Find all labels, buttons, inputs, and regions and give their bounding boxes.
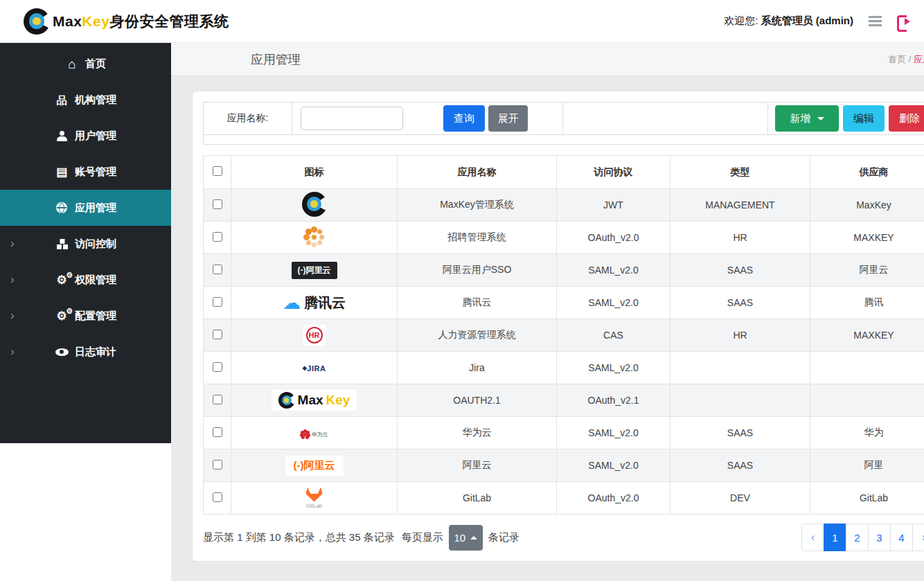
row-checkbox[interactable] [213,232,222,242]
expand-button[interactable]: 展开 [488,105,528,132]
app-icon-cell: ☁腾讯云 [231,287,398,319]
maxkey-logo-icon [302,192,327,217]
sidebar-menu: ⌂首页品机构管理用户管理▤账号管理应用管理›访问控制›⚙⚙权限管理›⚙⚙配置管理… [0,43,171,443]
page-button-1[interactable]: 1 [824,524,846,551]
sidebar-item-label: 访问控制 [75,238,116,251]
table-row[interactable]: MaxKeyOAUTH2.1OAuth_v2.1 [204,384,924,417]
table-row[interactable]: 华为云华为云SAML_v2.0SAAS华为 [204,417,924,449]
column-header: 图标 [231,156,398,189]
app-name-cell: GitLab [398,482,557,515]
brand-text: MaxKey身份安全管理系统 [53,12,229,31]
breadcrumb-home-link[interactable]: 首页 [888,54,906,64]
edit-button[interactable]: 编辑 [843,105,885,132]
huawei-cloud-icon: 华为云 [301,431,328,438]
row-checkbox[interactable] [213,492,222,502]
page-button-4[interactable]: 4 [890,524,913,551]
app-name-cell: Jira [398,352,557,384]
search-label: 应用名称: [204,102,292,134]
app-type-cell: HR [670,222,810,254]
maxkey-wordmark-icon: MaxKey [272,390,357,411]
add-button[interactable]: 新增 [775,105,839,132]
aliyun-orange-icon: (-)阿里云 [285,456,344,476]
app-protocol-cell: SAML_v2.0 [557,352,670,384]
sidebar-item-日志审计[interactable]: ›日志审计 [0,334,171,370]
row-checkbox[interactable] [213,199,222,209]
app-protocol-cell: SAML_v2.0 [557,254,670,287]
row-checkbox[interactable] [213,265,222,274]
row-checkbox[interactable] [213,395,222,404]
page-button-3[interactable]: 3 [868,524,891,551]
row-checkbox[interactable] [213,427,222,437]
menu-toggle-icon[interactable] [869,20,882,22]
table-row[interactable]: HR人力资源管理系统CASHRMAXKEY [204,319,924,352]
app-icon-cell: (-)阿里云 [231,254,398,287]
sidebar-item-权限管理[interactable]: ›⚙⚙权限管理 [0,262,171,298]
app-vendor-cell: 华为 [810,417,924,449]
app-icon-cell: GitLab [231,482,398,515]
content: 应用管理 首页 / 应用管理 应用名称: 查询 展开 [171,43,924,581]
sidebar-item-机构管理[interactable]: 品机构管理 [0,82,171,118]
app-protocol-cell: SAML_v2.0 [557,287,670,319]
app-type-cell [670,352,810,384]
app-name-cell: OAUTH2.1 [398,384,557,417]
app-name-cell: MaxKey管理系统 [398,189,557,222]
logout-icon[interactable] [897,15,909,28]
row-checkbox[interactable] [213,460,222,470]
tencent-cloud-icon: ☁腾讯云 [283,294,346,312]
column-header: 类型 [670,156,810,189]
app-protocol-cell: SAML_v2.0 [557,417,670,449]
sidebar-item-首页[interactable]: ⌂首页 [0,46,171,82]
sidebar-item-label: 首页 [85,57,106,71]
sidebar-item-用户管理[interactable]: 用户管理 [0,118,171,154]
app-name-cell: 阿里云用户SSO [398,254,557,287]
app-icon-cell: MaxKey [231,384,398,417]
caret-down-icon [817,117,824,120]
sidebar-item-应用管理[interactable]: 应用管理 [0,190,171,226]
sidebar-item-label: 日志审计 [75,346,116,359]
sidebar-item-访问控制[interactable]: ›访问控制 [0,226,171,262]
column-header: 访问协议 [557,156,670,189]
select-all-cell [204,156,231,189]
table-row[interactable]: 招聘管理系统OAuth_v2.0HRMAXKEY [204,222,924,254]
app-vendor-cell: MaxKey [810,189,924,222]
app-icon-cell: 华为云 [231,417,398,449]
sidebar-item-账号管理[interactable]: ▤账号管理 [0,154,171,190]
globe-icon [55,202,69,213]
select-all-checkbox[interactable] [213,166,222,176]
app-protocol-cell: OAuth_v2.1 [557,384,670,417]
app-icon-cell: ◆JIRA [231,352,398,384]
sidebar-item-配置管理[interactable]: ›⚙⚙配置管理 [0,298,171,334]
delete-button[interactable]: 删除 [889,105,924,132]
table-row[interactable]: ◆JIRAJiraSAML_v2.0 [204,352,924,384]
column-header: 供应商 [810,156,924,189]
home-icon: ⌂ [65,57,79,71]
app-name-input[interactable] [301,107,403,130]
column-header: 应用名称 [398,156,557,189]
app-protocol-cell: OAuth_v2.0 [557,482,670,515]
app-type-cell: MANAGEMENT [670,189,810,222]
app-icon-cell: (-)阿里云 [231,449,398,482]
per-page-label: 每页显示 [402,531,443,544]
next-page-button[interactable]: › [912,524,924,551]
table-row[interactable]: (-)阿里云阿里云SAML_v2.0SAAS阿里 [204,449,924,482]
prev-page-button[interactable]: ‹ [801,524,824,551]
row-checkbox[interactable] [213,362,222,372]
page-button-2[interactable]: 2 [846,524,869,551]
query-button[interactable]: 查询 [443,105,485,132]
maxkey-logo-icon [24,8,50,35]
table-row[interactable]: ☁腾讯云腾讯云SAML_v2.0SAAS腾讯 [204,287,924,319]
breadcrumb: 首页 / 应用管理 [888,53,924,66]
sidebar-item-label: 配置管理 [75,310,116,323]
app-vendor-cell: 腾讯 [810,287,924,319]
pagination: ‹1234› [801,524,924,551]
row-checkbox[interactable] [213,297,222,307]
chevron-right-icon: › [10,345,15,359]
page-size-dropdown[interactable]: 10 [449,525,483,551]
row-checkbox[interactable] [213,330,222,339]
user-icon [55,131,69,141]
table-row[interactable]: MaxKey管理系统JWTMANAGEMENTMaxKey [204,189,924,222]
sidebar-item-label: 权限管理 [75,274,116,287]
table-row[interactable]: GitLabGitLabOAuth_v2.0DEVGitLab [204,482,924,515]
app-vendor-cell: 阿里云 [810,254,924,287]
table-row[interactable]: (-)阿里云阿里云用户SSOSAML_v2.0SAAS阿里云 [204,254,924,287]
